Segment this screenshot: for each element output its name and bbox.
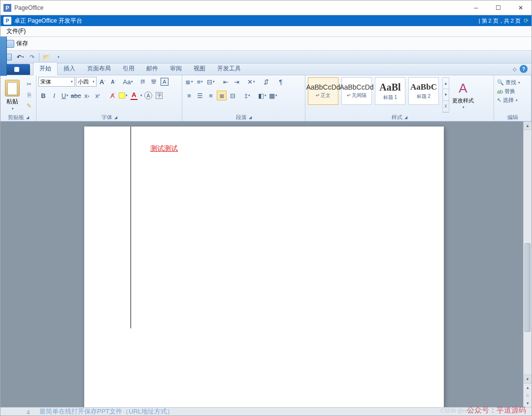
maximize-button[interactable]: ☐ [487, 0, 509, 15]
subscript-button[interactable]: x₂ [82, 91, 92, 100]
paste-button[interactable]: 粘贴 ▾ [2, 77, 22, 113]
font-color-dropdown[interactable]: ▾ [140, 94, 142, 97]
tab-developer[interactable]: 开发工具 [211, 63, 247, 75]
grow-font-button[interactable]: Aˆ [98, 77, 107, 87]
group-styles: AaBbCcDd ↵ 正文 AaBbCcDd ↵ 无间隔 AaBl 标题 1 A… [305, 75, 494, 121]
change-styles-button[interactable]: A 更改样式 ▾ [452, 77, 474, 113]
styles-scroll[interactable]: ▲ ▼ ⊻ [442, 77, 449, 113]
titlebar: P PageOffice ─ ☐ ✕ [0, 0, 532, 15]
style-heading1[interactable]: AaBl 标题 1 [375, 77, 405, 105]
qat-open-button[interactable]: 📂 [41, 52, 51, 62]
document-page[interactable]: 测试测试 [84, 127, 444, 416]
enclose-button[interactable]: 變 [149, 77, 159, 87]
tab-mailings[interactable]: 邮件 [140, 63, 164, 75]
borders-button[interactable]: ▦▾ [268, 91, 278, 100]
shrink-font-button[interactable]: Aˇ [108, 77, 118, 87]
styles-more-icon[interactable]: ⊻ [443, 101, 449, 112]
styles-up-icon[interactable]: ▲ [443, 78, 449, 89]
enclose-char-button[interactable]: 字 [154, 91, 164, 100]
scroll-up-icon[interactable]: ▲ [524, 122, 532, 130]
save-button[interactable]: 保存 [3, 38, 31, 49]
browse-object-icon[interactable]: ○ [524, 391, 532, 399]
minimize-button[interactable]: ─ [465, 0, 487, 15]
find-button[interactable]: 🔍查找▾ [497, 79, 520, 86]
close-button[interactable]: ✕ [509, 0, 532, 15]
char-border-button[interactable]: A [160, 77, 169, 87]
styles-launcher[interactable]: ◢ [404, 115, 407, 120]
tab-references[interactable]: 引用 [117, 63, 140, 75]
font-name-select[interactable]: 宋体▾ [38, 77, 75, 87]
redo-button[interactable]: ↷ [27, 52, 37, 62]
scroll-down-icon[interactable]: ▼ [524, 375, 532, 383]
change-styles-label: 更改样式 [452, 97, 474, 104]
group-clipboard: 粘贴 ▾ 剪贴板◢ [0, 75, 36, 121]
tab-home[interactable]: 开始 [33, 62, 58, 75]
font-launcher[interactable]: ◢ [114, 115, 117, 120]
vertical-scrollbar[interactable]: ▲ ▼ ▴ ○ ▾ [523, 122, 532, 407]
shading-button[interactable]: ◧▾ [257, 91, 267, 100]
change-case-button[interactable]: Aa▾ [123, 77, 133, 87]
clipboard-launcher[interactable]: ◢ [26, 115, 29, 120]
replace-button[interactable]: ab替换 [497, 88, 520, 95]
font-color-button[interactable]: A [129, 91, 139, 100]
increase-indent-button[interactable]: ⇥ [232, 77, 241, 87]
bottom-link-stub: 最简单在线打开保存PPT文件（URL地址方式） [39, 407, 173, 416]
style-normal[interactable]: AaBbCcDd ↵ 正文 [308, 77, 338, 105]
select-icon: ↖ [497, 97, 501, 103]
strike-button[interactable]: abc [71, 91, 81, 100]
tab-insert[interactable]: 插入 [58, 63, 81, 75]
tab-layout[interactable]: 页面布局 [81, 63, 117, 75]
show-marks-button[interactable]: ¶ [276, 77, 286, 87]
bold-button[interactable]: B [38, 91, 48, 100]
minimize-ribbon-icon[interactable]: ◇ [513, 66, 517, 72]
asian-layout-button[interactable]: ✕▾ [246, 77, 256, 87]
paragraph-launcher[interactable]: ◢ [249, 115, 252, 120]
find-icon: 🔍 [497, 79, 504, 86]
paragraph-label: 段落 [236, 114, 247, 121]
bottom-num: 4 [27, 409, 30, 416]
decrease-indent-button[interactable]: ⇤ [221, 77, 231, 87]
font-size-select[interactable]: 小四▾ [76, 77, 97, 87]
tab-view[interactable]: 视图 [188, 63, 211, 75]
tab-review[interactable]: 审阅 [164, 63, 188, 75]
brand-text: 卓正 PageOffice 开发平台 [14, 17, 479, 25]
copy-button[interactable] [24, 91, 34, 99]
window-title: PageOffice [14, 4, 465, 11]
format-painter-button[interactable] [24, 101, 34, 110]
refresh-icon[interactable]: ⟳ [524, 17, 529, 24]
superscript-button[interactable]: x² [93, 91, 102, 100]
style-heading2[interactable]: AaBbC 标题 2 [408, 77, 439, 105]
sort-button[interactable]: ⇵ [261, 77, 271, 87]
qat-customize[interactable]: ▾ [53, 52, 63, 62]
styles-down-icon[interactable]: ▼ [443, 89, 449, 100]
justify-button[interactable]: ≣ [217, 91, 227, 100]
line-spacing-button[interactable]: ‡▾ [242, 91, 252, 100]
paste-label: 粘贴 [6, 97, 18, 106]
style-no-spacing[interactable]: AaBbCcDd ↵ 无间隔 [341, 77, 372, 105]
save-label: 保存 [16, 39, 28, 48]
undo-button[interactable]: ↶▾ [15, 52, 25, 62]
office-button[interactable] [3, 64, 30, 75]
align-right-button[interactable]: ≡ [206, 91, 216, 100]
editing-label: 编辑 [507, 114, 518, 121]
underline-button[interactable]: U▾ [60, 91, 70, 100]
cut-button[interactable] [24, 80, 34, 89]
change-styles-icon: A [459, 81, 467, 96]
numbering-button[interactable]: ≡▾ [195, 77, 205, 87]
help-icon[interactable]: ? [520, 65, 528, 73]
distribute-button[interactable]: ⊟ [228, 91, 237, 100]
prev-page-icon[interactable]: ▴ [524, 384, 532, 391]
highlight-button[interactable]: ▾ [118, 91, 128, 100]
align-center-button[interactable]: ☰ [195, 91, 205, 100]
file-menu[interactable]: 文件(F) [3, 26, 29, 36]
multilevel-button[interactable]: ⊟▾ [206, 77, 216, 87]
document-text[interactable]: 测试测试 [150, 144, 178, 153]
select-button[interactable]: ↖选择▾ [497, 96, 520, 104]
bullets-button[interactable]: ≣▾ [184, 77, 194, 87]
italic-button[interactable]: I [49, 91, 59, 100]
clear-format-button[interactable]: A̸ [107, 91, 117, 100]
phonetic-button[interactable]: 拼 [138, 77, 148, 87]
char-shading-button[interactable]: A [143, 91, 153, 100]
align-left-button[interactable]: ≡ [184, 91, 194, 100]
scroll-thumb[interactable] [525, 243, 531, 332]
